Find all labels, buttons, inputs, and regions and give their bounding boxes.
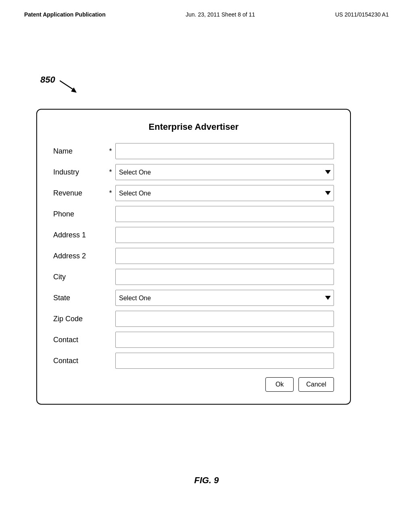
city-input[interactable]: [115, 269, 334, 285]
address1-label: Address 1: [53, 231, 106, 239]
name-label: Name: [53, 147, 106, 156]
state-row: State Select One: [53, 289, 334, 307]
revenue-select-wrapper: Select One: [115, 185, 334, 201]
revenue-row: Revenue * Select One: [53, 184, 334, 202]
name-input[interactable]: [115, 143, 334, 159]
name-required: *: [106, 147, 115, 156]
address2-input[interactable]: [115, 248, 334, 264]
figure-850-label: 850: [40, 75, 55, 85]
cancel-button[interactable]: Cancel: [298, 377, 334, 392]
state-select[interactable]: Select One: [115, 290, 334, 306]
enterprise-advertiser-dialog: Enterprise Advertiser Name * Industry * …: [36, 109, 351, 405]
contact1-label: Contact: [53, 336, 106, 344]
phone-label: Phone: [53, 210, 106, 218]
revenue-select[interactable]: Select One: [115, 185, 334, 201]
industry-select-wrapper: Select One: [115, 164, 334, 180]
revenue-label: Revenue: [53, 189, 106, 197]
zipcode-row: Zip Code: [53, 310, 334, 328]
address1-row: Address 1: [53, 226, 334, 244]
contact1-row: Contact: [53, 330, 334, 349]
revenue-required: *: [106, 189, 115, 197]
zipcode-label: Zip Code: [53, 315, 106, 323]
address2-row: Address 2: [53, 247, 334, 265]
ok-button[interactable]: Ok: [265, 377, 294, 392]
header-right: US 2011/0154230 A1: [335, 11, 389, 18]
svg-line-0: [60, 81, 74, 90]
header-left: Patent Application Publication: [24, 11, 106, 18]
contact2-label: Contact: [53, 357, 106, 365]
contact2-input[interactable]: [115, 353, 334, 369]
phone-row: Phone: [53, 205, 334, 223]
header-center: Jun. 23, 2011 Sheet 8 of 11: [186, 11, 255, 18]
city-label: City: [53, 273, 106, 281]
industry-label: Industry: [53, 168, 106, 177]
dialog-title: Enterprise Advertiser: [53, 122, 334, 132]
industry-select[interactable]: Select One: [115, 164, 334, 180]
address1-input[interactable]: [115, 227, 334, 243]
arrow-indicator: [60, 79, 80, 94]
industry-row: Industry * Select One: [53, 163, 334, 181]
industry-required: *: [106, 168, 115, 177]
fig-9-label: FIG. 9: [0, 475, 413, 486]
zipcode-input[interactable]: [115, 311, 334, 327]
contact1-input[interactable]: [115, 332, 334, 348]
city-row: City: [53, 268, 334, 286]
button-row: Ok Cancel: [53, 377, 334, 392]
patent-header: Patent Application Publication Jun. 23, …: [0, 0, 413, 18]
contact2-row: Contact: [53, 351, 334, 370]
address2-label: Address 2: [53, 252, 106, 260]
state-label: State: [53, 294, 106, 302]
phone-input[interactable]: [115, 206, 334, 222]
name-row: Name *: [53, 142, 334, 160]
state-select-wrapper: Select One: [115, 290, 334, 306]
